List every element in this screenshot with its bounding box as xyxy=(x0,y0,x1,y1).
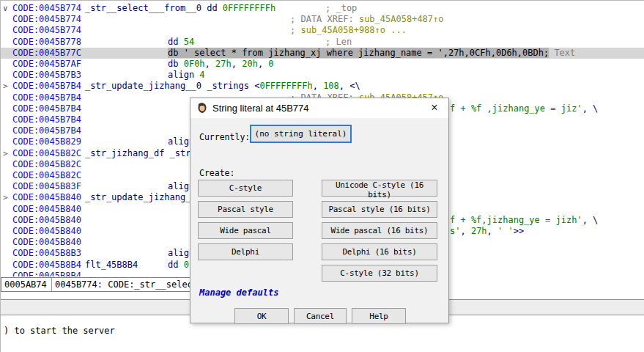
code-text: dd 54 xyxy=(168,37,194,48)
address-label: CODE:0045B8B4 xyxy=(12,260,81,271)
code-text: f + %f,jizhang_ye = jizh', \ xyxy=(450,215,598,226)
code-text: align 4 xyxy=(168,70,205,81)
address-label: CODE:0045B82C xyxy=(12,170,81,181)
c-style-button[interactable]: C-style xyxy=(198,180,293,197)
address-label: CODE:0045B7B3 xyxy=(12,70,81,81)
asm-row[interactable]: CODE:0045B774; sub_45A058+988↑o ... xyxy=(1,25,644,36)
code-text: ; _top xyxy=(325,3,357,14)
code-text: db 0F0h, 27h, 20h, 0 xyxy=(168,59,274,70)
dialog-titlebar[interactable]: String literal at 45B774 × xyxy=(190,98,448,118)
manage-defaults-link[interactable]: Manage defaults xyxy=(199,287,278,298)
asm-row[interactable]: CODE:0045B77Cdb ' select * from jizhang_… xyxy=(1,48,644,59)
address-label: CODE:0045B840 xyxy=(12,237,81,248)
output-message: ) to start the server xyxy=(4,326,115,336)
pascal-style-16-bits-button[interactable]: Pascal style (16 bits) xyxy=(322,201,437,218)
code-text: dd 0 xyxy=(168,260,189,271)
expand-icon[interactable]: > xyxy=(3,148,8,159)
address-label: CODE:0045B840 xyxy=(12,192,81,203)
ida-window: ∨CODE:0045B774_str__select___from__0 dd … xyxy=(0,0,644,352)
code-text: _str__select___from__0 dd 0FFFFFFFFh xyxy=(85,3,275,14)
asm-row[interactable]: CODE:0045B774; DATA XREF: sub_45A058+487… xyxy=(1,14,644,25)
address-label: CODE:0045B778 xyxy=(12,37,81,48)
code-text: flt_45B8B4 xyxy=(85,260,138,271)
status-file-offset: 0005AB74 xyxy=(4,278,47,291)
cancel-button[interactable]: Cancel xyxy=(294,308,347,324)
asm-row[interactable]: CODE:0045B7AFdb 0F0h, 27h, 20h, 0 xyxy=(1,59,644,70)
code-text: ; sub_45A058+988↑o ... xyxy=(290,25,407,36)
address-label: CODE:0045B829 xyxy=(12,136,81,147)
status-position: 0045B774: CODE:_str__select_ xyxy=(55,278,203,291)
address-label: CODE:0045B7B4 xyxy=(12,81,81,92)
expand-icon[interactable]: > xyxy=(3,192,8,203)
delphi-16-bits-button[interactable]: Delphi (16 bits) xyxy=(322,243,437,260)
address-label: CODE:0045B83F xyxy=(12,181,81,192)
help-button[interactable]: Help xyxy=(352,308,406,324)
current-string-value-button[interactable]: (no string literal) xyxy=(250,125,352,143)
code-text: _str_update_jizhang_ xyxy=(85,192,191,203)
address-label: CODE:0045B82C xyxy=(12,159,81,170)
c-style-32-bits-button[interactable]: C-style (32 bits) xyxy=(322,265,437,282)
address-label: CODE:0045B8B3 xyxy=(12,248,81,259)
address-label: CODE:0045B8B4 xyxy=(12,271,81,276)
unicode-c-style-16-bits-button[interactable]: Unicode C-style (16 bits) xyxy=(322,180,437,197)
address-label: CODE:0045B7B4 xyxy=(12,103,81,114)
address-label: CODE:0045B7B4 xyxy=(12,114,81,125)
ida-mascot-icon xyxy=(196,102,208,114)
code-text: _str_update_jizhang__0 _strings <0FFFFFF… xyxy=(85,81,360,92)
address-label: CODE:0045B774 xyxy=(12,25,81,36)
asm-row[interactable]: CODE:0045B7B3align 4 xyxy=(1,70,644,81)
address-label: CODE:0045B840 xyxy=(12,215,81,226)
address-label: CODE:0045B77C xyxy=(12,48,81,59)
currently-label: Currently: xyxy=(199,132,250,142)
asm-row[interactable]: CODE:0045B778dd 54; Len xyxy=(1,37,644,48)
delphi-button[interactable]: Delphi xyxy=(198,243,293,260)
code-text: ; DATA XREF: sub_45A058+487↑o xyxy=(290,14,444,25)
address-label: CODE:0045B82C xyxy=(12,148,81,159)
asm-row[interactable]: ∨CODE:0045B774_str__select___from__0 dd … xyxy=(1,3,644,14)
wide-pascal-button[interactable]: Wide pascal xyxy=(198,222,293,239)
dialog-title: String literal at 45B774 xyxy=(212,98,309,118)
ok-button[interactable]: OK xyxy=(234,308,289,324)
code-text: f + %f ,jizhang_ye = jiz', \ xyxy=(450,103,598,114)
address-label: CODE:0045B7B4 xyxy=(12,92,81,103)
address-label: CODE:0045B774 xyxy=(12,3,81,14)
close-icon[interactable]: × xyxy=(425,98,444,118)
expand-icon[interactable]: > xyxy=(3,81,8,92)
address-label: CODE:0045B840 xyxy=(12,204,81,215)
pascal-style-button[interactable]: Pascal style xyxy=(198,201,293,218)
code-text: ; Len xyxy=(325,37,352,48)
code-text: s', 27h, ' '>> xyxy=(450,226,524,237)
address-label: CODE:0045B840 xyxy=(12,226,81,237)
collapse-icon[interactable]: ∨ xyxy=(3,3,8,14)
address-label: CODE:0045B774 xyxy=(12,14,81,25)
code-text: db ' select * from jizhang_xj where jizh… xyxy=(168,48,575,59)
address-label: CODE:0045B7AF xyxy=(12,59,81,70)
wide-pascal-16-bits-button[interactable]: Wide pascal (16 bits) xyxy=(322,222,437,239)
asm-row[interactable]: >CODE:0045B7B4_str_update_jizhang__0 _st… xyxy=(1,81,644,92)
address-label: CODE:0045B7B4 xyxy=(12,125,81,136)
string-literal-dialog: String literal at 45B774 × Currently: (n… xyxy=(190,98,449,323)
status-separator xyxy=(51,278,52,291)
create-label: Create: xyxy=(199,168,234,178)
